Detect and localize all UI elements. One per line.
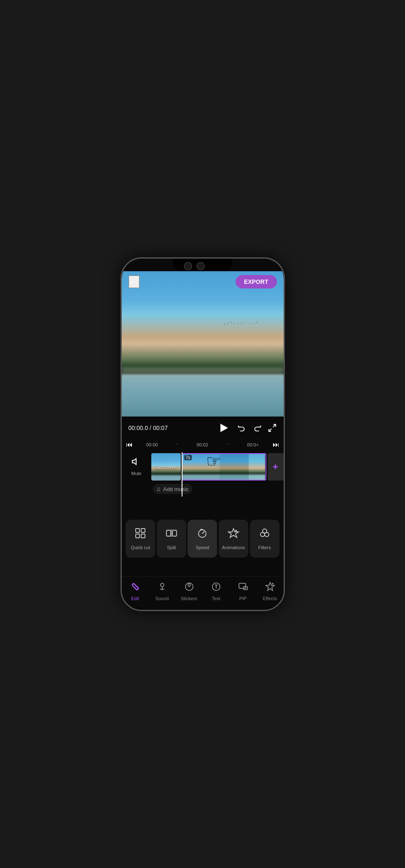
tool-quick-cut[interactable]: Quick cut — [126, 520, 155, 558]
current-time: 00:00.0 — [129, 425, 148, 431]
svg-line-1 — [268, 429, 271, 431]
mist-overlay — [122, 367, 284, 376]
nav-sound[interactable]: Sound — [149, 582, 176, 601]
add-clip-button[interactable]: + — [268, 453, 284, 481]
effects-icon — [265, 582, 275, 594]
quick-cut-icon — [134, 527, 146, 542]
ruler-time-0: 00:00 — [146, 442, 158, 447]
ruler-times: 00:00 • 00:02 • 00:0+ — [133, 442, 273, 447]
svg-point-23 — [161, 583, 164, 587]
redo-button[interactable] — [252, 423, 262, 433]
tools-section: Quick cut Split — [122, 515, 284, 562]
nav-pip-label: PIP — [239, 596, 247, 601]
play-icon — [220, 424, 228, 432]
edit-icon — [130, 582, 140, 594]
filters-icon — [259, 527, 271, 542]
tool-speed[interactable]: Speed — [188, 520, 217, 558]
sound-icon — [157, 582, 167, 594]
timeline-playhead — [182, 452, 182, 497]
music-note-icon: ♫ — [156, 486, 161, 492]
camera-left — [184, 262, 192, 270]
add-music-label: Add music — [163, 486, 189, 492]
svg-rect-29 — [239, 583, 246, 588]
split-icon — [166, 527, 177, 542]
skip-start-button[interactable]: ⏮ — [126, 441, 133, 449]
control-buttons — [216, 420, 277, 435]
timeline-area: Mute Set cover 7s + — [122, 450, 284, 505]
tool-speed-label: Speed — [196, 545, 209, 550]
ruler-dot-2: • — [227, 442, 228, 447]
bottom-nav: Edit Sound — [122, 576, 284, 610]
speed-icon — [196, 527, 208, 542]
time-display: 00:00.0 / 00:07 — [129, 425, 168, 431]
pip-icon — [238, 582, 248, 594]
nav-effects[interactable]: Effects — [257, 582, 284, 601]
undo-button[interactable] — [237, 423, 247, 433]
nav-sound-label: Sound — [156, 596, 169, 601]
text-icon — [211, 582, 221, 594]
stickers-icon — [184, 582, 194, 594]
svg-rect-6 — [141, 534, 145, 538]
phone-screen: ← EXPORT ⠄⠂⠁⠂⠄⠂⠁ ⠄⠂⠁ 00:00.0 / 00:07 — [122, 259, 284, 610]
fullscreen-button[interactable] — [268, 423, 277, 433]
time-separator: / — [148, 425, 153, 431]
clip-thumb-2 — [220, 454, 249, 480]
tool-quick-cut-label: Quick cut — [131, 545, 150, 550]
back-button[interactable]: ← — [129, 275, 139, 288]
clip-thumb-3 — [249, 454, 265, 480]
tool-split[interactable]: Split — [157, 520, 186, 558]
svg-rect-4 — [141, 529, 145, 532]
skip-end-button[interactable]: ⏭ — [273, 441, 279, 449]
animations-icon — [228, 527, 239, 542]
set-cover-thumb[interactable]: Set cover — [151, 453, 181, 481]
svg-line-11 — [202, 531, 204, 534]
nav-text-label: Text — [212, 596, 220, 601]
camera-right — [196, 262, 205, 270]
nav-edit-label: Edit — [131, 596, 139, 601]
top-bar: ← EXPORT — [122, 271, 284, 292]
video-canvas: ⠄⠂⠁⠂⠄⠂⠁ ⠄⠂⠁ — [122, 271, 284, 417]
tool-animations-label: Animations — [222, 545, 245, 550]
timeline-ruler: ⏮ 00:00 • 00:02 • 00:0+ ⏭ — [122, 440, 284, 450]
video-preview: ⠄⠂⠁⠂⠄⠂⠁ ⠄⠂⠁ — [122, 271, 284, 417]
mute-section: Mute — [122, 452, 151, 480]
svg-rect-3 — [136, 529, 139, 532]
tool-filters[interactable]: Filters — [250, 520, 279, 558]
add-music-button[interactable]: ♫ Add music — [153, 484, 192, 494]
export-button[interactable]: EXPORT — [236, 275, 277, 288]
nav-text[interactable]: Text — [203, 582, 230, 601]
svg-point-14 — [235, 530, 237, 531]
total-time: 00:07 — [153, 425, 168, 431]
ruler-dot-1: • — [177, 442, 178, 447]
nav-effects-label: Effects — [263, 596, 277, 601]
nav-pip[interactable]: PIP — [230, 582, 257, 601]
tool-animations[interactable]: Animations — [219, 520, 248, 558]
svg-line-21 — [137, 588, 139, 590]
nav-stickers[interactable]: Stickers — [176, 582, 203, 601]
add-clip-icon: + — [273, 462, 278, 473]
birds-decoration: ⠄⠂⠁⠂⠄⠂⠁ ⠄⠂⠁ — [224, 322, 259, 326]
svg-rect-5 — [136, 534, 139, 538]
set-cover-label: Set cover — [156, 465, 175, 470]
clip-duration-badge: 7s — [184, 455, 192, 460]
video-clip-row: Set cover 7s + — [151, 452, 284, 482]
svg-point-16 — [260, 532, 265, 537]
svg-rect-8 — [172, 530, 177, 536]
svg-point-17 — [265, 532, 269, 537]
ruler-time-2: 00:02 — [197, 442, 209, 447]
phone-frame: ← EXPORT ⠄⠂⠁⠂⠄⠂⠁ ⠄⠂⠁ 00:00.0 / 00:07 — [121, 257, 285, 611]
mute-icon[interactable] — [131, 457, 142, 469]
clip-strip[interactable]: 7s — [182, 453, 266, 481]
nav-edit[interactable]: Edit — [122, 582, 149, 601]
svg-point-32 — [272, 583, 274, 585]
nav-stickers-label: Stickers — [181, 596, 197, 601]
svg-marker-13 — [228, 529, 239, 537]
ruler-time-4: 00:0+ — [247, 442, 259, 447]
svg-line-0 — [273, 425, 275, 427]
tool-filters-label: Filters — [258, 545, 271, 550]
svg-rect-7 — [166, 530, 171, 536]
tool-split-label: Split — [167, 545, 176, 550]
play-button[interactable] — [216, 420, 231, 435]
timeline-clips: Set cover 7s + ♫ Add music — [151, 452, 284, 497]
controls-bar: 00:00.0 / 00:07 — [122, 417, 284, 440]
